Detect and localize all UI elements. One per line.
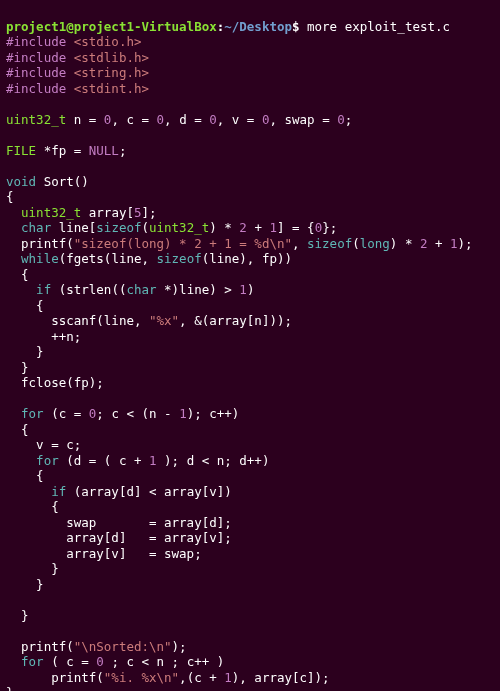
code-line: #include <stdint.h> <box>6 81 149 96</box>
code-line: if (array[d] < array[v]) <box>6 484 232 499</box>
code-line: #include <string.h> <box>6 65 149 80</box>
code-line: array[v] = swap; <box>6 546 202 561</box>
prompt-dollar: $ <box>292 19 307 34</box>
code-line: printf("sizeof(long) * 2 + 1 = %d\n", si… <box>6 236 473 251</box>
code-line: } <box>6 561 59 576</box>
prompt-path: ~/Desktop <box>224 19 292 34</box>
code-line: } <box>6 360 29 375</box>
code-line: { <box>6 468 44 483</box>
code-line: } <box>6 344 44 359</box>
code-line: uint32_t n = 0, c = 0, d = 0, v = 0, swa… <box>6 112 352 127</box>
code-line: for (d = ( c + 1 ); d < n; d++) <box>6 453 269 468</box>
code-line: sscanf(line, "%x", &(array[n])); <box>6 313 292 328</box>
code-line: } <box>6 577 44 592</box>
blank-line <box>6 158 14 173</box>
code-line: } <box>6 685 14 691</box>
code-line: printf("%i. %x\n",(c + 1), array[c]); <box>6 670 330 685</box>
blank-line <box>6 391 14 406</box>
code-line: { <box>6 298 44 313</box>
prompt-line: project1@project1-VirtualBox:~/Desktop$ … <box>6 19 450 34</box>
code-line: { <box>6 422 29 437</box>
code-line: ++n; <box>6 329 81 344</box>
blank-line <box>6 127 14 142</box>
code-line: for ( c = 0 ; c < n ; c++ ) <box>6 654 224 669</box>
blank-line <box>6 623 14 638</box>
prompt-user: project1@project1-VirtualBox <box>6 19 217 34</box>
code-line: while(fgets(line, sizeof(line), fp)) <box>6 251 292 266</box>
code-line: { <box>6 499 59 514</box>
code-line: #include <stdlib.h> <box>6 50 149 65</box>
code-line: } <box>6 608 29 623</box>
code-line: array[d] = array[v]; <box>6 530 232 545</box>
code-line: printf("\nSorted:\n"); <box>6 639 187 654</box>
code-line: #include <stdio.h> <box>6 34 141 49</box>
code-line: v = c; <box>6 437 81 452</box>
terminal-output: project1@project1-VirtualBox:~/Desktop$ … <box>0 0 500 691</box>
code-line: char line[sizeof(uint32_t) * 2 + 1] = {0… <box>6 220 337 235</box>
code-line: FILE *fp = NULL; <box>6 143 126 158</box>
code-line: if (strlen((char *)line) > 1) <box>6 282 254 297</box>
code-line: fclose(fp); <box>6 375 104 390</box>
code-line: uint32_t array[5]; <box>6 205 157 220</box>
blank-line <box>6 96 14 111</box>
code-line: for (c = 0; c < (n - 1); c++) <box>6 406 239 421</box>
blank-line <box>6 592 14 607</box>
command-text: more exploit_test.c <box>307 19 450 34</box>
code-line: void Sort() <box>6 174 89 189</box>
code-line: { <box>6 189 14 204</box>
code-line: { <box>6 267 29 282</box>
code-line: swap = array[d]; <box>6 515 232 530</box>
